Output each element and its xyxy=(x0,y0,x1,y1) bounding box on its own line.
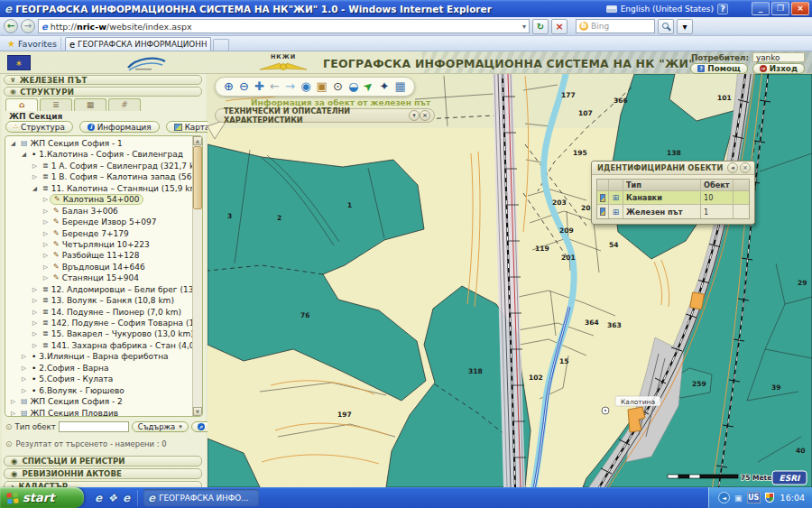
tree-expander-icon[interactable]: ▷ xyxy=(42,272,50,283)
pan-icon[interactable]: ✚ xyxy=(254,78,264,96)
tree-expander-icon[interactable]: ◢ xyxy=(20,149,28,160)
browser-tab[interactable]: e ГЕОГРАФСКА ИНФОРМАЦИОННА СИСТЕМА НА НК… xyxy=(65,37,211,51)
scroll-down-icon[interactable]: ▼ xyxy=(193,407,202,416)
type-object-input[interactable] xyxy=(59,421,129,432)
url-text[interactable]: http://nric-w/website/index.aspx xyxy=(51,22,192,32)
previous-extent-icon[interactable]: ← xyxy=(270,78,280,96)
pin-tool-icon[interactable]: ➤ xyxy=(359,77,378,97)
url-dropdown-icon[interactable]: ▾ xyxy=(522,23,526,31)
zoom-in-icon[interactable]: ⊕ xyxy=(224,78,234,96)
start-button[interactable]: start xyxy=(0,487,84,508)
zoom-to-object-icon[interactable] xyxy=(600,208,605,216)
search-options-icon[interactable]: ▾ xyxy=(677,19,693,34)
tree-item[interactable]: ▷≣142. Подуяне – София Товарна (1,4 km) xyxy=(6,318,192,328)
help-button[interactable]: ?Помощ xyxy=(690,63,747,74)
select-icon[interactable]: ◒ xyxy=(348,78,358,96)
url-field[interactable]: e http://nric-w/website/index.aspx ▾ xyxy=(38,19,530,33)
tree-item[interactable]: ▷≣1 А. София – Свиленград (321,7 km) xyxy=(6,161,192,171)
popup-titlebar[interactable]: ИДЕНТИФИЦИРАНИ ОБЕКТИ ◂ × xyxy=(592,162,754,175)
accordion-revision-acts[interactable]: ◉ РЕВИЗИОННИ АКТОВЕ xyxy=(4,468,202,479)
forward-button[interactable]: → xyxy=(21,19,35,33)
tab-home[interactable]: ⌂ xyxy=(5,98,38,111)
tree-item[interactable]: ▷✎Връдловци 14+646 xyxy=(6,262,192,272)
tree-item[interactable]: ▷≣13. Волуяк – Банкя (10,8 km) xyxy=(6,295,192,306)
tree-expander-icon[interactable]: ▷ xyxy=(31,318,39,328)
tech-characteristics-panel[interactable]: ТЕХНИЧЕСКИ И ОПИСАТЕЛНИ ХАРАКТЕРИСТИКИ ▾… xyxy=(215,108,435,123)
tree-expander-icon[interactable]: ▷ xyxy=(20,351,28,362)
popup-back-button[interactable]: ◂ xyxy=(727,162,738,173)
tree-item[interactable]: ▷▤ЖП Секция София - 2 xyxy=(6,396,192,407)
tree-expander-icon[interactable]: ▷ xyxy=(9,408,17,418)
search-icon[interactable] xyxy=(658,19,674,34)
tree-expander-icon[interactable]: ▷ xyxy=(31,307,39,318)
restore-button[interactable]: ❐ xyxy=(771,2,789,15)
ie-globe-icon[interactable]: e xyxy=(123,492,130,504)
stop-button[interactable]: × xyxy=(551,19,567,34)
tree-item[interactable]: ▷•2.София - Варна xyxy=(6,363,192,374)
tree-expander-icon[interactable]: ▷ xyxy=(20,363,28,374)
tree-item[interactable]: ▷✎Калотина 54+000 xyxy=(6,194,192,205)
tree-expander-icon[interactable]: ▷ xyxy=(42,228,50,239)
information-button[interactable]: iИнформация xyxy=(79,121,160,133)
tree-expander-icon[interactable]: ◢ xyxy=(31,183,39,194)
tree-expander-icon[interactable]: ◢ xyxy=(9,138,17,149)
tree-item[interactable]: ◢•1.Калотина - София - Свиленград xyxy=(6,149,192,160)
tree-scrollbar[interactable]: ▲ ▼ xyxy=(192,136,202,416)
exit-button[interactable]: →Изход xyxy=(752,63,805,74)
panel-collapse-button[interactable]: ▾ xyxy=(409,110,420,121)
table-row[interactable]: ⊞Железен път1 xyxy=(597,205,749,218)
scroll-up-icon[interactable]: ▲ xyxy=(193,136,202,145)
refresh-button[interactable]: ↻ xyxy=(532,19,549,34)
info-panel-icon[interactable]: ▦ xyxy=(394,78,405,96)
tray-language[interactable]: US xyxy=(747,492,761,503)
contains-dropdown[interactable]: Съдържа▾ xyxy=(132,421,189,432)
network-icon[interactable]: ▣ xyxy=(734,494,743,503)
messenger-icon[interactable]: ❖ xyxy=(107,492,117,504)
zoom-out-icon[interactable]: ⊖ xyxy=(239,78,249,96)
tab-kilometrage[interactable]: # xyxy=(108,98,141,111)
structure-button[interactable]: ∴Структура xyxy=(5,121,73,133)
tree-item[interactable]: ▷✎Беренде Извор 5+097 xyxy=(6,217,192,227)
tab-track[interactable]: ≣ xyxy=(40,98,72,111)
tree-item[interactable]: ▷✎Разбойще 11+128 xyxy=(6,250,192,261)
tree-item[interactable]: ▷≣12. Алдомировци – Бели брег (13,7 km) xyxy=(6,284,192,295)
tree-item[interactable]: ▷▤ЖП Секция Пловдив xyxy=(6,408,192,418)
measure-icon[interactable]: ✦ xyxy=(379,78,389,96)
tree-item[interactable]: ▷•5.София - Кулата xyxy=(6,374,192,384)
tree-item[interactable]: ▷≣1 В. София – Калотина запад (56,2 km) xyxy=(6,171,192,182)
map-viewport[interactable]: Калотина 1237619731817710736610113819520… xyxy=(208,74,812,487)
language-bar[interactable]: English (United States) ? xyxy=(606,4,728,14)
language-help-icon[interactable]: ? xyxy=(717,4,728,14)
tree-expander-icon[interactable]: ▷ xyxy=(31,295,39,306)
panel-close-button[interactable]: × xyxy=(420,110,430,121)
close-button[interactable]: × xyxy=(791,2,809,15)
tree-item[interactable]: ◢▤ЖП Секция София - 1 xyxy=(6,138,192,149)
tree-expander-icon[interactable]: ▷ xyxy=(31,340,39,351)
scrollbar-thumb[interactable] xyxy=(193,146,202,209)
tree-expander-icon[interactable]: ▷ xyxy=(20,374,28,384)
favorites-button[interactable]: ★ Favorites xyxy=(4,37,61,51)
tree-expander-icon[interactable]: ▷ xyxy=(31,171,39,182)
minimize-button[interactable]: _ xyxy=(752,2,770,15)
tree-expander-icon[interactable]: ▷ xyxy=(31,328,39,339)
tree-item[interactable]: ▷≣141. Захарна фабрика - Стан (4,0 km) xyxy=(6,340,192,351)
tree-item[interactable]: ▷✎Балан 3+006 xyxy=(6,206,192,217)
hide-icons-icon[interactable]: ◄ xyxy=(718,492,730,503)
taskbar-task-button[interactable]: e ГЕОГРАФСКА ИНФО... xyxy=(143,489,259,506)
tree-expander-icon[interactable]: ▷ xyxy=(31,161,39,171)
tree-item[interactable]: ▷✎Четърлянци 10+223 xyxy=(6,239,192,250)
tree-item[interactable]: ▷•3.Илиянци - Варна фериботна xyxy=(6,351,192,362)
tree-expander-icon[interactable]: ▷ xyxy=(42,194,50,205)
back-button[interactable]: ← xyxy=(4,19,18,33)
full-extent-icon[interactable]: ◉ xyxy=(300,78,310,96)
tree-expander-icon[interactable]: ▷ xyxy=(20,385,28,396)
tree-expander-icon[interactable]: ▷ xyxy=(42,239,50,250)
tree-item[interactable]: ▷≣14. Подуяне – Пионер (7,0 km) xyxy=(6,307,192,318)
identify-icon[interactable]: ⊙ xyxy=(333,78,343,96)
table-row[interactable]: ⊞Канавки10 xyxy=(597,191,749,205)
collapse-circle-icon[interactable]: ⊙ xyxy=(5,439,13,448)
layers-icon[interactable]: ▣ xyxy=(317,78,328,96)
tree-expander-icon[interactable]: ▷ xyxy=(42,262,50,272)
popup-close-button[interactable]: × xyxy=(740,162,751,173)
search-box[interactable]: b Bing xyxy=(576,19,655,33)
